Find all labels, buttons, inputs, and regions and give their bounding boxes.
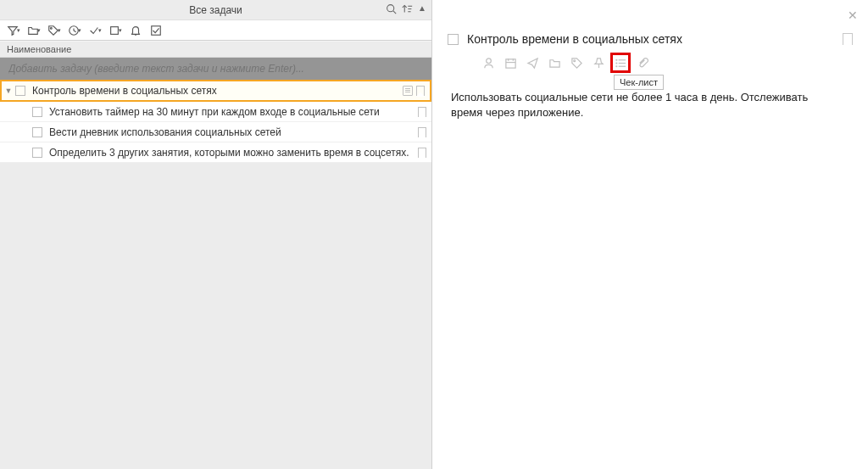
send-icon[interactable] xyxy=(526,56,539,70)
sort-icon[interactable] xyxy=(402,3,413,17)
detail-title: Контроль времени в социальных сетях xyxy=(467,32,843,46)
detail-bookmark-icon[interactable] xyxy=(843,33,853,45)
assignee-icon[interactable] xyxy=(481,56,495,70)
pin-icon[interactable] xyxy=(592,56,605,70)
task-checkbox[interactable] xyxy=(32,107,42,117)
detail-description: Использовать социальные сети не более 1 … xyxy=(451,90,841,120)
checklist-tooltip: Чек-лист xyxy=(614,75,664,90)
collapse-up-icon[interactable]: ▲ xyxy=(418,3,426,17)
task-row-sub[interactable]: Определить 3 других занятия, которыми мо… xyxy=(0,142,431,163)
tag-icon[interactable] xyxy=(46,23,63,38)
folder-open-icon[interactable] xyxy=(548,56,561,70)
svg-line-1 xyxy=(393,10,396,13)
svg-point-12 xyxy=(486,58,491,63)
clock-icon[interactable] xyxy=(66,23,83,38)
bookmark-icon[interactable] xyxy=(418,107,426,117)
svg-point-0 xyxy=(387,4,394,11)
bookmark-icon[interactable] xyxy=(416,86,425,96)
tag-outline-icon[interactable] xyxy=(570,56,583,70)
checkbox-icon[interactable] xyxy=(147,23,164,38)
detail-title-row: Контроль времени в социальных сетях xyxy=(448,32,853,46)
search-icon[interactable] xyxy=(386,3,397,17)
svg-rect-9 xyxy=(111,26,119,34)
attachment-icon[interactable] xyxy=(636,56,649,70)
left-toolbar xyxy=(0,20,431,41)
svg-point-24 xyxy=(615,65,616,66)
left-title: Все задачи xyxy=(189,4,242,16)
checklist-icon[interactable] xyxy=(614,56,627,70)
task-row-sub[interactable]: Вести дневник использования социальных с… xyxy=(0,122,431,142)
task-checkbox[interactable] xyxy=(15,86,25,96)
left-header: Все задачи ▲ xyxy=(0,0,431,20)
close-icon[interactable]: ✕ xyxy=(848,8,858,22)
bookmark-icon[interactable] xyxy=(418,127,426,137)
calendar-icon[interactable] xyxy=(504,56,517,70)
column-header-name[interactable]: Наименование xyxy=(0,41,431,58)
task-row-sub[interactable]: Установить таймер на 30 минут при каждом… xyxy=(0,102,431,122)
task-title: Установить таймер на 30 минут при каждом… xyxy=(49,106,418,118)
detail-checkbox[interactable] xyxy=(448,34,459,45)
expand-toggle-icon[interactable]: ▼ xyxy=(3,86,14,96)
folder-icon[interactable] xyxy=(25,23,42,38)
filter-icon[interactable] xyxy=(5,23,22,38)
svg-rect-11 xyxy=(152,25,161,35)
bookmark-icon[interactable] xyxy=(418,148,426,158)
task-title: Определить 3 других занятия, которыми мо… xyxy=(49,147,418,159)
add-task-input[interactable] xyxy=(0,58,431,80)
task-title: Вести дневник использования социальных с… xyxy=(49,126,418,138)
task-row-main[interactable]: ▼ Контроль времени в социальных сетях xyxy=(0,80,431,102)
svg-point-7 xyxy=(51,27,53,29)
square-icon[interactable] xyxy=(107,23,124,38)
check-icon[interactable] xyxy=(86,23,103,38)
task-checkbox[interactable] xyxy=(32,127,42,137)
svg-point-22 xyxy=(615,59,616,60)
svg-point-17 xyxy=(573,59,575,61)
svg-rect-13 xyxy=(505,59,515,67)
task-checkbox[interactable] xyxy=(32,148,42,158)
bell-icon[interactable] xyxy=(127,23,144,38)
svg-point-23 xyxy=(615,63,616,64)
notes-icon[interactable] xyxy=(403,86,413,96)
svg-marker-6 xyxy=(8,26,18,35)
detail-toolbar: Чек-лист xyxy=(481,56,853,70)
task-title: Контроль времени в социальных сетях xyxy=(32,85,403,97)
